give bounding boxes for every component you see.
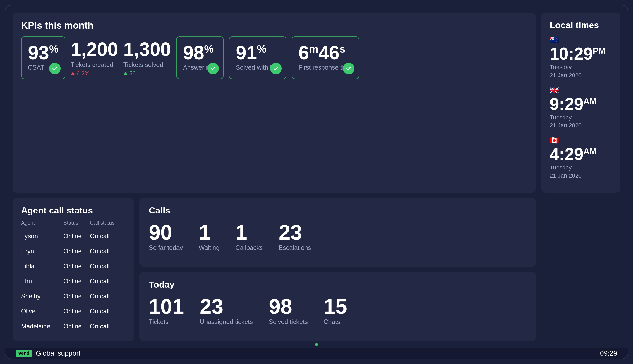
agent-status: Online	[63, 274, 90, 289]
solved-link-check	[270, 63, 282, 74]
local-times-title: Local times	[550, 20, 612, 30]
vend-logo: vend	[16, 350, 32, 357]
footer: vend Global support 09:29	[5, 348, 628, 359]
stats-col: Calls 90 So far today 1 Waiting 1 Callba	[139, 198, 536, 341]
so-far-num: 90	[149, 222, 183, 243]
agent-name: Eryn	[21, 244, 63, 259]
right-spacer	[541, 198, 620, 341]
agent-call-status: On call	[90, 244, 126, 259]
agent-status: Online	[63, 319, 90, 334]
tickets-solved-label: Tickets solved	[123, 61, 171, 69]
kpi-card-tickets-solved: 1,300 Tickets solved 56	[123, 36, 171, 79]
stat-waiting: 1 Waiting	[199, 222, 219, 251]
col-agent: Agent	[21, 220, 63, 229]
table-row: Eryn Online On call	[21, 244, 126, 259]
waiting-label: Waiting	[199, 244, 219, 251]
kpi-title: KPIs this month	[21, 20, 528, 31]
agent-name: Tilda	[21, 259, 63, 274]
table-row: Tyson Online On call	[21, 229, 126, 244]
first-response-check	[343, 63, 354, 74]
unassigned-num: 23	[200, 296, 253, 317]
answer-rate-check	[207, 63, 219, 74]
time-entry-nz: 🇳🇿 10:29PM Tuesday 21 Jan 2020	[550, 36, 612, 80]
up-arrow-icon	[71, 72, 75, 75]
calls-panel: Calls 90 So far today 1 Waiting 1 Callba	[139, 198, 536, 267]
escalations-label: Escalations	[279, 244, 311, 251]
nz-date: Tuesday 21 Jan 2020	[550, 63, 612, 80]
nz-time: 10:29PM	[550, 45, 612, 62]
agent-call-status: On call	[90, 319, 126, 334]
csat-check	[49, 63, 61, 74]
footer-left: vend Global support	[16, 349, 80, 357]
tickets-num: 101	[149, 296, 184, 317]
time-entry-ca: 🇨🇦 4:29AM Tuesday 21 Jan 2020	[550, 136, 612, 180]
up-arrow-green-icon	[123, 72, 128, 75]
chats-num: 15	[324, 296, 347, 317]
table-row: Madelaine Online On call	[21, 319, 126, 334]
table-row: Tilda Online On call	[21, 259, 126, 274]
agent-call-status: On call	[90, 229, 126, 244]
callbacks-label: Callbacks	[236, 244, 263, 251]
so-far-label: So far today	[149, 244, 183, 251]
table-row: Olive Online On call	[21, 304, 126, 319]
stat-unassigned: 23 Unassigned tickets	[200, 296, 253, 326]
ca-date: Tuesday 21 Jan 2020	[550, 164, 612, 180]
table-row: Thu Online On call	[21, 274, 126, 289]
calls-title: Calls	[149, 205, 526, 216]
answer-rate-value: 98%	[183, 43, 217, 62]
tickets-solved-change: 56	[123, 70, 171, 77]
uk-flag-icon: 🇬🇧	[550, 86, 612, 95]
kpi-section: KPIs this month 93% CSAT	[13, 13, 620, 193]
ca-flag-icon: 🇨🇦	[550, 136, 612, 145]
active-dot	[315, 343, 318, 346]
agent-name: Madelaine	[21, 319, 63, 334]
dot-indicator	[5, 341, 628, 348]
agent-status: Online	[63, 259, 90, 274]
today-panel: Today 101 Tickets 23 Unassigned tickets …	[139, 272, 536, 341]
escalations-num: 23	[279, 222, 311, 243]
kpi-panel: KPIs this month 93% CSAT	[13, 13, 536, 193]
agent-panel: Agent call status Agent Status Call stat…	[13, 198, 134, 341]
agent-name: Thu	[21, 274, 63, 289]
tickets-solved-value: 1,300	[123, 38, 171, 60]
local-times-panel: Local times 🇳🇿 10:29PM Tuesday 21 Jan 20…	[541, 13, 620, 193]
today-grid: 101 Tickets 23 Unassigned tickets 98 Sol…	[149, 296, 526, 326]
tickets-created-label: Tickets created	[71, 61, 118, 69]
solved-num: 98	[269, 296, 308, 317]
today-title: Today	[149, 279, 526, 290]
agent-status: Online	[63, 304, 90, 319]
agent-name: Olive	[21, 304, 63, 319]
kpi-card-answer-rate: 98% Answer rate	[176, 36, 224, 79]
agent-call-status: On call	[90, 259, 126, 274]
first-response-value: 6m46s	[299, 43, 352, 62]
solved-label: Solved tickets	[269, 318, 308, 326]
stat-tickets: 101 Tickets	[149, 296, 184, 326]
uk-time: 9:29AM	[550, 96, 612, 113]
chats-label: Chats	[324, 318, 347, 326]
stat-chats: 15 Chats	[324, 296, 347, 326]
agent-name: Tyson	[21, 229, 63, 244]
tickets-created-change: 6.2%	[71, 70, 118, 77]
tickets-created-value: 1,200	[71, 38, 118, 60]
agent-panel-title: Agent call status	[21, 205, 126, 216]
callbacks-num: 1	[236, 222, 263, 243]
ca-time: 4:29AM	[550, 146, 612, 163]
csat-value: 93%	[28, 43, 59, 62]
agent-call-status: On call	[90, 289, 126, 304]
bottom-row: Agent call status Agent Status Call stat…	[13, 198, 620, 341]
agent-table: Agent Status Call status Tyson Online On…	[21, 220, 126, 334]
tickets-label: Tickets	[149, 318, 184, 326]
stat-so-far: 90 So far today	[149, 222, 183, 251]
time-entry-uk: 🇬🇧 9:29AM Tuesday 21 Jan 2020	[550, 86, 612, 130]
agent-call-status: On call	[90, 274, 126, 289]
stat-callbacks: 1 Callbacks	[236, 222, 263, 251]
nz-flag-icon: 🇳🇿	[550, 36, 612, 44]
agent-name: Shelby	[21, 289, 63, 304]
col-call-status: Call status	[90, 220, 126, 229]
agent-status: Online	[63, 229, 90, 244]
kpi-cards: 93% CSAT 1,200 Tickets created	[21, 36, 528, 79]
agent-status: Online	[63, 289, 90, 304]
footer-title: Global support	[36, 349, 80, 357]
table-row: Shelby Online On call	[21, 289, 126, 304]
kpi-card-tickets-created: 1,200 Tickets created 6.2%	[71, 36, 118, 79]
